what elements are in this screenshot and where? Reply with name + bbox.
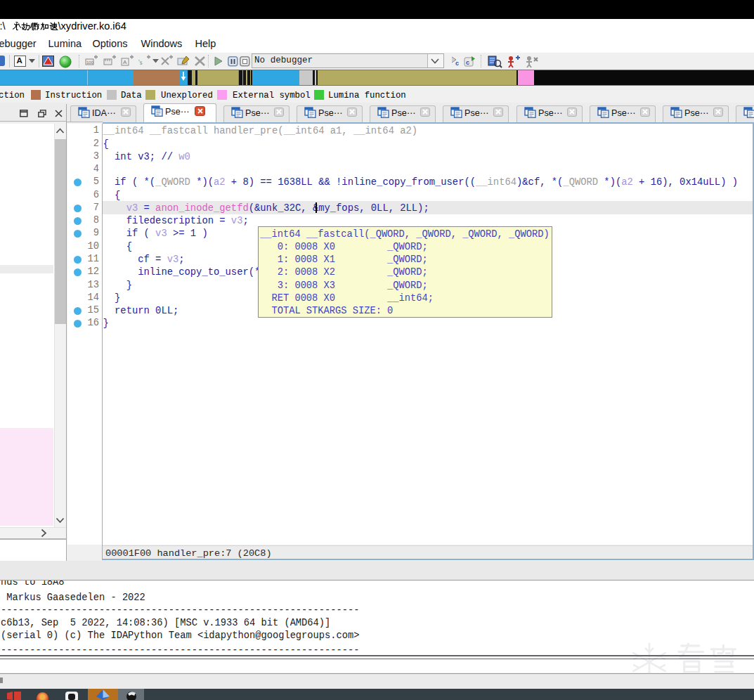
- svg-text:A: A: [123, 59, 127, 65]
- svg-text:'s: 's: [138, 58, 143, 66]
- svg-text:c: c: [466, 59, 469, 66]
- svg-text:c: c: [455, 60, 459, 67]
- svg-text:100: 100: [86, 60, 94, 65]
